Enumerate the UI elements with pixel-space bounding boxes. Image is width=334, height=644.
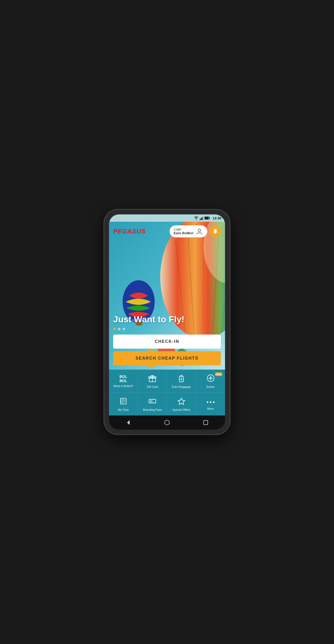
my-trips-label: My Trips [118,408,129,411]
svg-point-50 [210,401,211,403]
extra-baggage-label: Extra Baggage [172,385,191,388]
menu-row-2: My Trips Boarding Pass [109,393,225,415]
svg-marker-52 [127,420,130,425]
hero-section: PEGASUS Login Earn BolBol [109,222,225,370]
phone-screen: 12:30 [109,214,225,430]
special-offers-icon [177,397,186,407]
boarding-pass-icon [148,397,157,407]
bolbol-label: What is Bolbol? [113,384,133,388]
menu-item-my-trips[interactable]: My Trips [109,393,138,415]
extras-icon [206,374,215,384]
menu-item-special-offers[interactable]: Special Offers [167,393,196,415]
menu-item-extra-baggage[interactable]: Extra Baggage [167,370,196,393]
gift-card-icon [148,374,157,384]
header-right: Login Earn BolBol [170,225,221,237]
hero-content: Just Want to Fly! CHECK-IN SEARCH CHEAP … [109,240,225,370]
special-offers-label: Special Offers [172,408,191,411]
svg-rect-44 [149,399,156,403]
my-trips-icon [119,397,128,407]
menu-row-1: BOLBOL What is Bolbol? Gift Card [109,370,225,393]
status-icons [194,216,210,220]
carousel-dot-3[interactable] [123,328,125,330]
svg-marker-48 [178,398,185,405]
app-header: PEGASUS Login Earn BolBol [109,222,225,240]
carousel-dot-2[interactable] [118,328,120,330]
svg-point-28 [215,233,216,234]
signal-icon [200,216,203,220]
menu-item-extras[interactable]: New Extras [196,370,225,393]
login-button[interactable]: Login Earn BolBol [170,225,207,237]
phone-device: 12:30 [104,210,230,434]
boarding-pass-label: Boarding Pass [143,408,162,411]
svg-rect-2 [202,217,203,220]
svg-rect-43 [120,398,122,404]
phone-nav-bar [109,415,225,430]
gift-card-label: Gift Card [147,385,158,388]
new-badge: New [215,372,222,376]
bolbol-logo: BOLBOL [119,375,127,383]
bolbol-brand: BolBol [182,231,193,235]
wifi-icon [194,216,199,220]
svg-point-53 [165,420,169,425]
hero-tagline: Just Want to Fly! [113,314,221,324]
battery-icon [204,216,210,220]
checkin-button[interactable]: CHECK-IN [113,335,221,349]
svg-rect-6 [205,217,208,219]
status-bar: 12:30 [109,214,225,222]
svg-rect-54 [204,420,208,425]
menu-item-gift-card[interactable]: Gift Card [138,370,167,393]
more-icon [206,398,215,406]
carousel-dots [113,328,221,330]
menu-item-more[interactable]: More [196,393,225,415]
svg-rect-0 [200,219,200,220]
search-flights-button[interactable]: SEARCH CHEAP FLIGHTS [113,351,221,365]
earn-bolbol-label: Earn BolBol [174,231,193,235]
extra-baggage-icon [177,374,186,384]
more-label: More [207,407,214,410]
back-button[interactable] [122,416,135,429]
svg-rect-5 [209,218,210,219]
login-label: Login [174,227,193,231]
extras-label: Extras [206,385,215,388]
bell-icon [212,229,218,234]
login-text: Login Earn BolBol [174,227,193,235]
status-time: 12:30 [213,216,221,220]
menu-item-bolbol[interactable]: BOLBOL What is Bolbol? [109,370,138,393]
carousel-dot-1[interactable] [113,328,116,330]
user-icon [196,228,203,235]
recents-button[interactable] [199,416,212,429]
svg-rect-3 [203,216,203,220]
svg-point-27 [198,229,201,232]
home-button[interactable] [160,416,174,429]
app-logo: PEGASUS [113,228,146,235]
svg-point-51 [213,401,215,403]
earn-label: Earn [174,231,182,235]
menu-item-boarding-pass[interactable]: Boarding Pass [138,393,167,415]
svg-point-49 [207,401,208,403]
notification-button[interactable] [210,226,221,237]
svg-rect-1 [201,218,201,220]
